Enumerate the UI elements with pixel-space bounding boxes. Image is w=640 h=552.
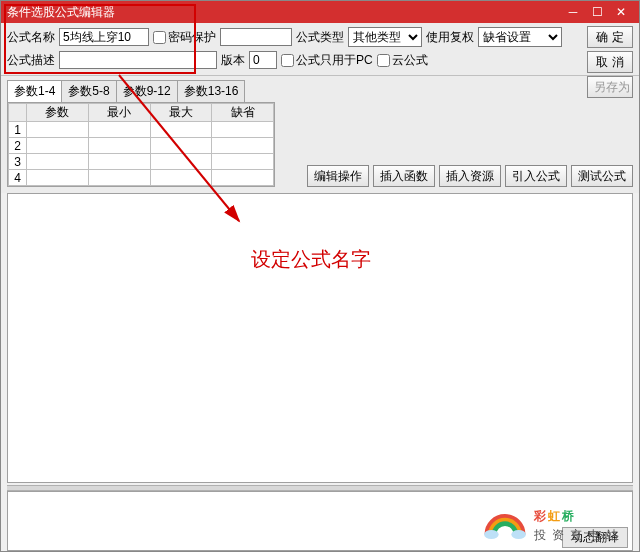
formula-editor[interactable]	[7, 193, 633, 483]
app-window: 条件选股公式编辑器 ─ ☐ ✕ 确 定 取 消 另存为 公式名称 密码保护 公式…	[0, 0, 640, 552]
version-input[interactable]	[249, 51, 277, 69]
table-row: 2	[9, 138, 274, 154]
label-name: 公式名称	[7, 29, 55, 46]
close-button[interactable]: ✕	[609, 5, 633, 19]
param-tabs-grid: 参数1-4 参数5-8 参数9-12 参数13-16 参数 最小 最大 缺省 1…	[7, 78, 275, 187]
label-type: 公式类型	[296, 29, 344, 46]
watermark-title: 彩虹桥	[534, 496, 624, 527]
insert-fn-button[interactable]: 插入函数	[373, 165, 435, 187]
action-buttons: 编辑操作 插入函数 插入资源 引入公式 测试公式	[307, 165, 633, 187]
ok-button[interactable]: 确 定	[587, 26, 633, 48]
param-tabs: 参数1-4 参数5-8 参数9-12 参数13-16	[7, 80, 275, 102]
save-as-button[interactable]: 另存为	[587, 76, 633, 98]
rainbow-icon	[482, 500, 528, 540]
password-checkbox-box[interactable]	[153, 31, 166, 44]
auth-select[interactable]: 缺省设置	[478, 27, 562, 47]
table-row: 1	[9, 122, 274, 138]
tab-params-13-16[interactable]: 参数13-16	[177, 80, 246, 102]
col-param: 参数	[27, 104, 89, 122]
watermark-text: 彩虹桥 投资充电站	[534, 496, 624, 544]
maximize-button[interactable]: ☐	[585, 5, 609, 19]
tab-params-9-12[interactable]: 参数9-12	[116, 80, 178, 102]
label-version: 版本	[221, 52, 245, 69]
label-auth: 使用复权	[426, 29, 474, 46]
watermark: 彩虹桥 投资充电站	[482, 496, 624, 544]
cloud-checkbox-box[interactable]	[377, 54, 390, 67]
minimize-button[interactable]: ─	[561, 5, 585, 19]
label-desc: 公式描述	[7, 52, 55, 69]
table-row: 4	[9, 170, 274, 186]
label-password: 密码保护	[168, 29, 216, 46]
col-min: 最小	[88, 104, 150, 122]
titlebar: 条件选股公式编辑器 ─ ☐ ✕	[1, 1, 639, 23]
password-input[interactable]	[220, 28, 292, 46]
svg-point-0	[484, 530, 499, 539]
col-max: 最大	[150, 104, 212, 122]
table-row: 3	[9, 154, 274, 170]
cancel-button[interactable]: 取 消	[587, 51, 633, 73]
cloud-checkbox[interactable]: 云公式	[377, 52, 428, 69]
param-grid[interactable]: 参数 最小 最大 缺省 1 2 3 4	[7, 102, 275, 187]
edit-op-button[interactable]: 编辑操作	[307, 165, 369, 187]
output-panel: 动态翻译 彩虹桥 投资充电站	[7, 491, 633, 551]
param-area: 参数1-4 参数5-8 参数9-12 参数13-16 参数 最小 最大 缺省 1…	[1, 76, 639, 193]
col-default: 缺省	[212, 104, 274, 122]
type-select[interactable]: 其他类型	[348, 27, 422, 47]
header-form: 公式名称 密码保护 公式类型 其他类型 使用复权 缺省设置 公式描述 版本 公	[1, 23, 639, 76]
watermark-subtitle: 投资充电站	[534, 527, 624, 544]
label-pc-only: 公式只用于PC	[296, 52, 373, 69]
import-button[interactable]: 引入公式	[505, 165, 567, 187]
window-title: 条件选股公式编辑器	[7, 4, 561, 21]
password-checkbox[interactable]: 密码保护	[153, 29, 216, 46]
label-cloud: 云公式	[392, 52, 428, 69]
desc-input[interactable]	[59, 51, 217, 69]
pc-only-checkbox-box[interactable]	[281, 54, 294, 67]
tab-params-5-8[interactable]: 参数5-8	[61, 80, 116, 102]
svg-point-1	[511, 530, 526, 539]
pc-only-checkbox[interactable]: 公式只用于PC	[281, 52, 373, 69]
name-input[interactable]	[59, 28, 149, 46]
test-button[interactable]: 测试公式	[571, 165, 633, 187]
dialog-buttons: 确 定 取 消 另存为	[587, 26, 633, 98]
tab-params-1-4[interactable]: 参数1-4	[7, 80, 62, 102]
insert-res-button[interactable]: 插入资源	[439, 165, 501, 187]
